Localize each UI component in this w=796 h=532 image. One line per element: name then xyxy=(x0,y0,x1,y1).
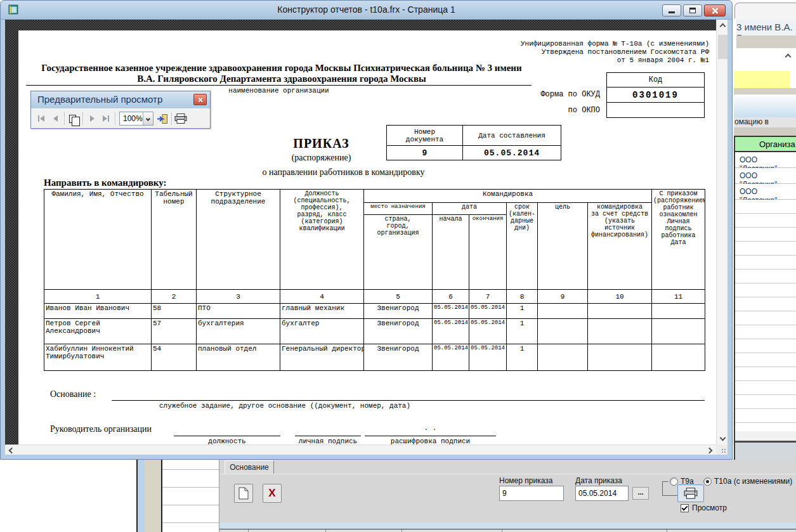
tab-osnovanie[interactable]: Основание xyxy=(225,460,274,474)
table-row: Хабибуллин Иннокентий Тимирбулатович 54 … xyxy=(44,344,705,371)
new-document-icon xyxy=(238,487,249,500)
table-row: Иванов Иван Иванович 58 ПТО главный меха… xyxy=(44,304,705,319)
cell-position: Генеральный директор xyxy=(280,344,364,371)
cell-date-start: 05.05.2014 xyxy=(433,344,469,371)
toolbar-separator xyxy=(64,112,65,125)
order-panel: Основание X Номер приказа Дата приказа .… xyxy=(219,460,796,532)
scroll-down-icon[interactable] xyxy=(720,435,726,441)
cell-position: бухгалтер xyxy=(280,319,364,344)
col-num: 7 xyxy=(469,290,507,304)
highlighted-field[interactable] xyxy=(734,71,790,88)
header-row-top: Фамилия, Имя, Отчество Табельный номер С… xyxy=(44,190,705,203)
toolbar-separator xyxy=(82,112,83,125)
preview-area: Унифицированная форма № Т-10а (с изменен… xyxy=(5,20,727,455)
order-date-label: Дата приказа xyxy=(575,476,622,485)
direct-label: Направить в командировку: xyxy=(44,178,167,188)
background-window-corner xyxy=(734,3,796,18)
copy-pages-button[interactable] xyxy=(67,112,81,126)
last-page-icon xyxy=(103,115,107,122)
preview-toolbar-window: Предварительный просмотр 100% xyxy=(30,91,211,129)
first-page-button[interactable] xyxy=(34,112,48,126)
scroll-up-icon[interactable] xyxy=(785,54,792,60)
col-num: 5 xyxy=(364,290,433,304)
manager-label: Руководитель организации xyxy=(50,424,152,434)
signature-dots: . . xyxy=(365,424,496,432)
grid-footer xyxy=(735,431,796,441)
cell-fio: Хабибуллин Иннокентий Тимирбулатович xyxy=(44,344,152,371)
organization-underline xyxy=(26,85,532,86)
radio-t10a[interactable] xyxy=(703,477,712,486)
panel-bottom-strip xyxy=(219,522,796,529)
scroll-left-icon[interactable] xyxy=(9,448,15,454)
list-item[interactable]: ООО "Ласточка" xyxy=(735,168,796,184)
scroll-right-icon[interactable] xyxy=(707,448,713,454)
cell-fio: Петров Сергей Александрович xyxy=(44,319,152,344)
next-page-button[interactable] xyxy=(85,112,99,126)
new-document-button[interactable] xyxy=(234,484,253,503)
delete-button[interactable]: X xyxy=(263,484,282,503)
header-days: срок (кален- дарные дни) xyxy=(507,203,538,290)
empty-grid-rows xyxy=(735,200,796,431)
vertical-scrollbar[interactable] xyxy=(716,20,727,444)
print-button[interactable] xyxy=(677,484,704,502)
cell-days: 1 xyxy=(507,304,538,319)
vertical-scrollbar-thumb[interactable] xyxy=(718,35,727,59)
col-num: 1 xyxy=(44,290,152,304)
cell-funding xyxy=(588,304,652,319)
resize-grip-dots xyxy=(722,449,727,454)
background-band xyxy=(734,88,796,94)
last-page-button[interactable] xyxy=(99,112,113,126)
header-purpose: цель xyxy=(538,203,588,290)
print-button[interactable] xyxy=(174,112,188,126)
preview-checkbox[interactable] xyxy=(681,504,689,512)
header-tab-num: Табельный номер xyxy=(152,190,197,290)
close-button[interactable] xyxy=(704,4,726,16)
signature-caption: должность xyxy=(174,438,280,444)
zoom-value: 100% xyxy=(120,112,143,125)
window-titlebar[interactable]: Конструктор отчетов - t10a.frx - Страниц… xyxy=(1,1,732,20)
doc-date-value: 05.05.2014 xyxy=(463,146,561,160)
signature-caption: расшифровка подписи xyxy=(365,438,496,444)
previous-page-button[interactable] xyxy=(48,112,62,126)
cell-destination: Звенигород xyxy=(364,319,433,344)
radio-t9a[interactable] xyxy=(670,477,678,486)
minimize-button[interactable] xyxy=(662,4,681,16)
grid-tick xyxy=(667,529,667,532)
close-icon xyxy=(197,97,203,103)
exit-preview-button[interactable] xyxy=(155,112,169,126)
printer-icon xyxy=(174,114,187,124)
col-num: 6 xyxy=(433,290,469,304)
resize-grip[interactable] xyxy=(716,444,727,455)
list-item[interactable]: ООО "Ласточка" xyxy=(735,152,796,168)
toolbar-separator xyxy=(115,112,115,125)
cell-date-end: 05.05.2014 xyxy=(469,319,507,344)
horizontal-scrollbar[interactable] xyxy=(5,444,716,455)
radio-t10a-label[interactable]: Т10а (с изменениями) xyxy=(714,477,792,486)
header-destination: страна, город, организация xyxy=(364,215,433,290)
zoom-select[interactable]: 100% xyxy=(119,112,153,126)
cell-tab-num: 57 xyxy=(152,319,197,344)
cell-purpose xyxy=(538,319,588,344)
maximize-button[interactable] xyxy=(683,4,702,16)
doc-number-value: 9 xyxy=(387,146,463,160)
scroll-up-icon[interactable] xyxy=(720,23,726,30)
exit-door-icon xyxy=(157,114,168,124)
order-date-input[interactable] xyxy=(575,486,629,501)
list-item[interactable]: ООО "Ласточка" xyxy=(735,184,796,200)
doc-date-label: Дата составления xyxy=(463,126,561,146)
preview-checkbox-label[interactable]: Просмотр xyxy=(692,503,727,512)
column-numbers-row: 1 2 3 4 5 6 7 8 9 10 11 xyxy=(44,290,705,304)
cell-acquainted xyxy=(652,344,705,371)
zoom-dropdown-button[interactable] xyxy=(143,112,153,125)
date-browse-button[interactable]: ... xyxy=(632,487,649,500)
preview-close-button[interactable] xyxy=(193,94,207,105)
printer-icon xyxy=(684,488,698,499)
organization-column-header[interactable]: Организа xyxy=(735,136,796,152)
header-acquainted: С приказом (распоряжением) работник озна… xyxy=(652,190,705,290)
preview-toolbar-buttons: 100% xyxy=(31,108,210,128)
order-number-input[interactable] xyxy=(499,486,564,501)
connector-line xyxy=(662,481,669,482)
minimize-icon xyxy=(669,11,675,13)
order-title: ПРИКАЗ xyxy=(259,136,383,151)
preview-toolbar-titlebar[interactable]: Предварительный просмотр xyxy=(31,91,210,108)
